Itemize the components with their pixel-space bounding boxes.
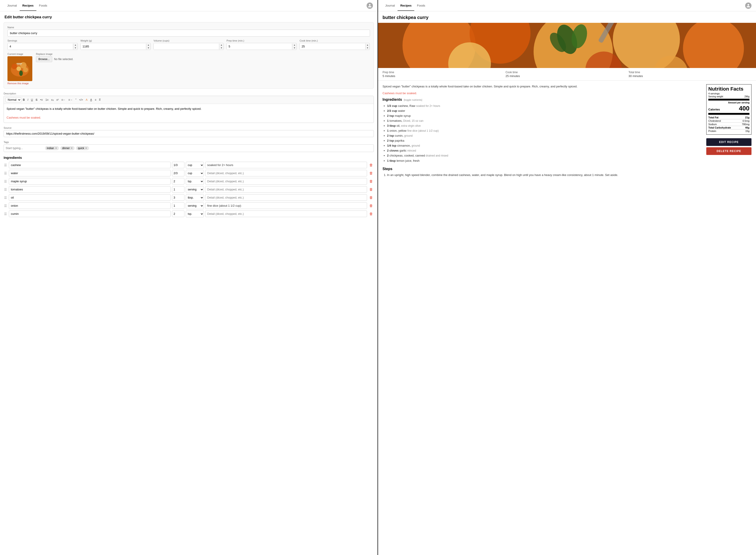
left-nav-foods[interactable]: Foods	[36, 1, 50, 11]
ingredient-name-input[interactable]	[9, 186, 171, 193]
blockquote-button[interactable]: "	[74, 98, 78, 102]
drag-handle[interactable]: ☰	[4, 196, 7, 200]
ingredient-detail-input[interactable]	[205, 170, 367, 176]
tag-dinner-label: dinner	[62, 146, 70, 150]
prep-time-down[interactable]: ▼	[292, 47, 296, 49]
ingredient-unit-select[interactable]: cuptsp.tbsp.servinggozmlL	[186, 211, 204, 217]
ingredient-qty-input[interactable]	[172, 202, 185, 209]
ingredient-delete-button[interactable]: 🗑	[368, 187, 374, 192]
left-nav-journal[interactable]: Journal	[4, 1, 19, 11]
weight-up[interactable]: ▲	[146, 44, 151, 47]
nutrition-facts-wrap: Nutrition Facts 4 servings Serving weigh…	[706, 84, 752, 179]
volume-down[interactable]: ▼	[219, 47, 224, 49]
ingredient-name-input[interactable]	[9, 170, 171, 176]
ingredient-delete-button[interactable]: 🗑	[368, 195, 374, 200]
bullet-list-button[interactable]: •≡	[39, 98, 44, 102]
code-button[interactable]: </>	[78, 98, 84, 102]
drag-handle[interactable]: ☰	[4, 212, 7, 216]
delete-recipe-button[interactable]: DELETE RECIPE	[706, 147, 752, 155]
ingredient-name-input[interactable]	[9, 202, 171, 209]
ingredient-detail-input[interactable]	[205, 211, 367, 217]
browse-button[interactable]: Browse...	[36, 56, 52, 62]
name-input[interactable]	[7, 30, 370, 37]
ingredient-qty-input[interactable]	[172, 194, 185, 201]
drag-handle[interactable]: ☰	[4, 188, 7, 191]
ingredient-detail-input[interactable]	[205, 202, 367, 209]
ingredient-name-input[interactable]	[9, 194, 171, 201]
ordered-list-button[interactable]: 1≡	[44, 98, 50, 102]
source-input[interactable]	[4, 130, 374, 137]
toggle-nutrients[interactable]: [toggle nutrients]	[404, 98, 422, 101]
drag-handle[interactable]: ☰	[4, 163, 7, 167]
ingredient-name-input[interactable]	[9, 178, 171, 184]
tag-indian-remove[interactable]: ✕	[55, 146, 57, 150]
weight-down[interactable]: ▼	[146, 47, 151, 49]
tag-dinner-remove[interactable]: ✕	[71, 146, 73, 150]
left-nav-recipes[interactable]: Recipes	[19, 1, 36, 11]
drag-handle[interactable]: ☰	[4, 204, 7, 208]
font-color-button[interactable]: A	[84, 98, 89, 102]
ingredient-unit-select[interactable]: cuptsp.tbsp.servinggozmlL	[186, 186, 204, 193]
description-label: Description	[4, 92, 374, 95]
cook-time-col: Cook time 25 minutes	[506, 71, 629, 78]
tag-quick-remove[interactable]: ✕	[85, 146, 87, 150]
cook-time-up[interactable]: ▲	[365, 44, 370, 47]
ingredient-unit-select[interactable]: cuptsp.tbsp.servinggozmlL	[186, 170, 204, 177]
ingredient-delete-button[interactable]: 🗑	[368, 163, 374, 168]
tag-indian-label: indian	[47, 146, 54, 150]
subscript-button[interactable]: x₂	[50, 98, 55, 102]
strikethrough-button[interactable]: S	[35, 98, 39, 102]
name-field-group: Name	[7, 26, 370, 37]
servings-input[interactable]	[8, 43, 73, 50]
superscript-button[interactable]: x²	[55, 98, 60, 102]
ingredient-delete-button[interactable]: 🗑	[368, 171, 374, 176]
align-left-button[interactable]: ≡←	[61, 98, 67, 102]
tags-start-input[interactable]	[6, 146, 44, 150]
servings-up[interactable]: ▲	[73, 44, 78, 47]
remove-image-link[interactable]: Remove this image	[7, 82, 32, 85]
align-right-button[interactable]: ≡→	[67, 98, 74, 102]
underline-button[interactable]: U	[30, 98, 34, 102]
volume-input[interactable]	[154, 43, 219, 50]
drag-handle[interactable]: ☰	[4, 171, 7, 175]
clear-format-button[interactable]: T̶	[98, 98, 102, 102]
drag-handle[interactable]: ☰	[4, 180, 7, 183]
ingredient-unit-select[interactable]: cuptsp.tbsp.servinggozmlL	[186, 178, 204, 185]
align-center-button[interactable]: ≡	[93, 98, 97, 102]
prep-time-value: 5 minutes	[383, 74, 506, 78]
bold-button[interactable]: B	[22, 98, 26, 102]
ingredient-qty-input[interactable]	[172, 186, 185, 193]
right-nav-journal[interactable]: Journal	[383, 1, 398, 11]
ingredient-detail-input[interactable]	[205, 178, 367, 184]
volume-up[interactable]: ▲	[219, 44, 224, 47]
cook-time-input[interactable]	[300, 43, 365, 50]
ingredient-qty-input[interactable]	[172, 178, 185, 184]
ingredient-detail-input[interactable]	[205, 186, 367, 193]
prep-time-up[interactable]: ▲	[292, 44, 296, 47]
ingredient-detail-input[interactable]	[205, 194, 367, 201]
ingredient-unit-select[interactable]: cuptsp.tbsp.servinggozmlL	[186, 162, 204, 169]
ingredient-delete-button[interactable]: 🗑	[368, 203, 374, 208]
weight-input[interactable]	[81, 43, 146, 50]
servings-down[interactable]: ▼	[73, 47, 78, 49]
editor-content[interactable]: Spiced vegan "butter" chickpeas is a tot…	[4, 104, 373, 123]
edit-recipe-button[interactable]: EDIT RECIPE	[706, 138, 752, 146]
right-nav-recipes[interactable]: Recipes	[398, 1, 414, 11]
ingredient-delete-button[interactable]: 🗑	[368, 211, 374, 216]
ingredient-qty-input[interactable]	[172, 211, 185, 217]
steps-list: In an upright, high speed blender, combi…	[383, 173, 703, 177]
ingredient-detail-input[interactable]	[205, 162, 367, 168]
bg-color-button[interactable]: A̲	[89, 98, 93, 102]
text-style-select[interactable]: Normal	[6, 97, 21, 102]
ingredient-qty-input[interactable]	[172, 170, 185, 176]
ingredient-delete-button[interactable]: 🗑	[368, 179, 374, 184]
ingredient-unit-select[interactable]: cuptsp.tbsp.servinggozmlL	[186, 202, 204, 209]
ingredient-qty-input[interactable]	[172, 162, 185, 168]
ingredient-name-input[interactable]	[9, 162, 171, 168]
cook-time-down[interactable]: ▼	[365, 47, 370, 49]
ingredient-unit-select[interactable]: cuptsp.tbsp.servinggozmlL	[186, 194, 204, 201]
italic-button[interactable]: I	[27, 98, 29, 102]
ingredient-name-input[interactable]	[9, 211, 171, 217]
right-nav-foods[interactable]: Foods	[414, 1, 428, 11]
prep-time-input[interactable]	[227, 43, 292, 50]
